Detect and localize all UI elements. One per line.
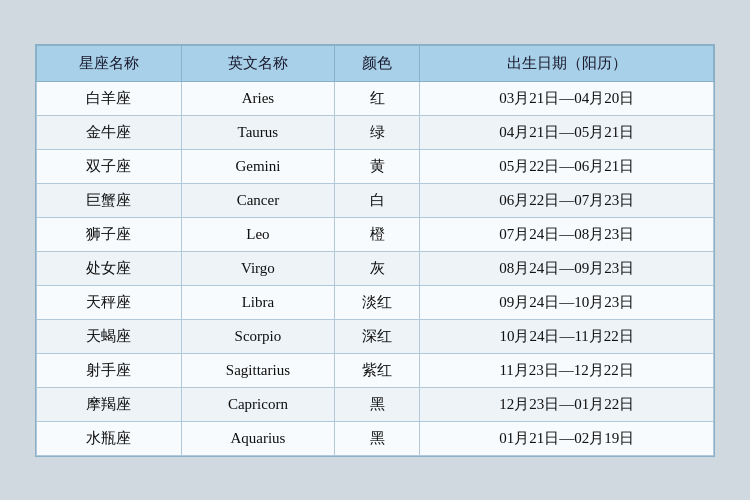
cell-english-1: Taurus — [181, 115, 334, 149]
cell-english-4: Leo — [181, 217, 334, 251]
cell-dates-5: 08月24日—09月23日 — [420, 251, 714, 285]
table-header-row: 星座名称 英文名称 颜色 出生日期（阳历） — [37, 45, 714, 81]
table-row: 狮子座Leo橙07月24日—08月23日 — [37, 217, 714, 251]
cell-english-3: Cancer — [181, 183, 334, 217]
cell-color-2: 黄 — [334, 149, 419, 183]
cell-color-8: 紫红 — [334, 353, 419, 387]
cell-chinese-0: 白羊座 — [37, 81, 182, 115]
cell-chinese-8: 射手座 — [37, 353, 182, 387]
zodiac-table-container: 星座名称 英文名称 颜色 出生日期（阳历） 白羊座Aries红03月21日—04… — [35, 44, 715, 457]
cell-dates-3: 06月22日—07月23日 — [420, 183, 714, 217]
cell-chinese-4: 狮子座 — [37, 217, 182, 251]
cell-dates-9: 12月23日—01月22日 — [420, 387, 714, 421]
cell-color-3: 白 — [334, 183, 419, 217]
header-chinese-name: 星座名称 — [37, 45, 182, 81]
table-row: 双子座Gemini黄05月22日—06月21日 — [37, 149, 714, 183]
cell-dates-1: 04月21日—05月21日 — [420, 115, 714, 149]
header-color: 颜色 — [334, 45, 419, 81]
cell-english-10: Aquarius — [181, 421, 334, 455]
cell-color-0: 红 — [334, 81, 419, 115]
cell-color-1: 绿 — [334, 115, 419, 149]
cell-dates-2: 05月22日—06月21日 — [420, 149, 714, 183]
cell-chinese-7: 天蝎座 — [37, 319, 182, 353]
header-english-name: 英文名称 — [181, 45, 334, 81]
table-row: 天秤座Libra淡红09月24日—10月23日 — [37, 285, 714, 319]
cell-color-9: 黑 — [334, 387, 419, 421]
cell-english-7: Scorpio — [181, 319, 334, 353]
table-row: 白羊座Aries红03月21日—04月20日 — [37, 81, 714, 115]
table-row: 摩羯座Capricorn黑12月23日—01月22日 — [37, 387, 714, 421]
table-body: 白羊座Aries红03月21日—04月20日金牛座Taurus绿04月21日—0… — [37, 81, 714, 455]
table-row: 水瓶座Aquarius黑01月21日—02月19日 — [37, 421, 714, 455]
cell-english-5: Virgo — [181, 251, 334, 285]
cell-color-6: 淡红 — [334, 285, 419, 319]
cell-chinese-10: 水瓶座 — [37, 421, 182, 455]
cell-english-9: Capricorn — [181, 387, 334, 421]
table-row: 金牛座Taurus绿04月21日—05月21日 — [37, 115, 714, 149]
cell-english-0: Aries — [181, 81, 334, 115]
cell-chinese-2: 双子座 — [37, 149, 182, 183]
cell-chinese-3: 巨蟹座 — [37, 183, 182, 217]
cell-dates-0: 03月21日—04月20日 — [420, 81, 714, 115]
cell-chinese-1: 金牛座 — [37, 115, 182, 149]
cell-color-5: 灰 — [334, 251, 419, 285]
table-row: 巨蟹座Cancer白06月22日—07月23日 — [37, 183, 714, 217]
cell-color-4: 橙 — [334, 217, 419, 251]
header-dates: 出生日期（阳历） — [420, 45, 714, 81]
cell-color-10: 黑 — [334, 421, 419, 455]
cell-chinese-9: 摩羯座 — [37, 387, 182, 421]
table-row: 处女座Virgo灰08月24日—09月23日 — [37, 251, 714, 285]
cell-dates-4: 07月24日—08月23日 — [420, 217, 714, 251]
cell-english-8: Sagittarius — [181, 353, 334, 387]
cell-color-7: 深红 — [334, 319, 419, 353]
table-row: 天蝎座Scorpio深红10月24日—11月22日 — [37, 319, 714, 353]
cell-english-2: Gemini — [181, 149, 334, 183]
zodiac-table: 星座名称 英文名称 颜色 出生日期（阳历） 白羊座Aries红03月21日—04… — [36, 45, 714, 456]
cell-chinese-5: 处女座 — [37, 251, 182, 285]
cell-dates-10: 01月21日—02月19日 — [420, 421, 714, 455]
table-row: 射手座Sagittarius紫红11月23日—12月22日 — [37, 353, 714, 387]
cell-chinese-6: 天秤座 — [37, 285, 182, 319]
cell-dates-7: 10月24日—11月22日 — [420, 319, 714, 353]
cell-dates-8: 11月23日—12月22日 — [420, 353, 714, 387]
cell-english-6: Libra — [181, 285, 334, 319]
cell-dates-6: 09月24日—10月23日 — [420, 285, 714, 319]
